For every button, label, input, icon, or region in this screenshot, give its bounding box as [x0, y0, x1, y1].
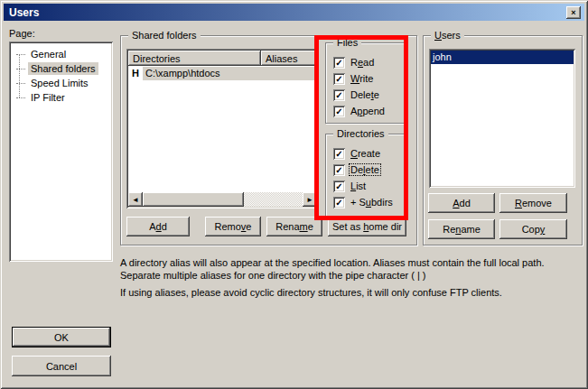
tree-line: [16, 69, 25, 69]
checkbox-row-read: ✓ Read: [333, 56, 375, 69]
ok-button[interactable]: OK: [12, 327, 111, 347]
directories-permissions-group: Directories ✓ Create ✓ Delete ✓ List ✓ +…: [325, 134, 406, 218]
remove-directory-button[interactable]: Remove: [205, 217, 261, 236]
check-icon: ✓: [335, 165, 342, 175]
column-header-aliases[interactable]: Aliases: [261, 51, 317, 66]
sidebar-item-speed-limits[interactable]: Speed Limits: [9, 76, 113, 90]
page-list[interactable]: General Shared folders Speed Limits IP F…: [9, 42, 113, 262]
cancel-button[interactable]: Cancel: [12, 356, 111, 376]
page-label: Page:: [9, 28, 35, 39]
checkbox-row-delete-file: ✓ Delete: [333, 88, 380, 101]
scroll-right-icon: ►: [306, 196, 313, 204]
sidebar-item-label: Speed Limits: [29, 78, 90, 88]
sidebar-item-label: Shared folders: [29, 63, 98, 74]
checkbox-label[interactable]: Create: [350, 148, 381, 159]
cyclic-warning-text: If using aliases, please avoid cyclic di…: [120, 286, 579, 299]
checkbox-label[interactable]: Delete: [350, 89, 380, 100]
column-header-directories[interactable]: Directories: [128, 51, 261, 66]
rename-user-button[interactable]: Rename: [428, 219, 495, 239]
rename-directory-button[interactable]: Rename: [266, 217, 322, 236]
title-bar: Users ×: [4, 4, 584, 21]
sidebar-item-ip-filter[interactable]: IP Filter: [9, 90, 113, 105]
create-checkbox[interactable]: ✓: [333, 148, 345, 160]
scroll-right-button[interactable]: ►: [303, 192, 317, 207]
scrollbar-track[interactable]: [244, 192, 303, 207]
check-icon: ✓: [335, 198, 342, 208]
button-label: Rename: [443, 224, 481, 235]
scroll-left-button[interactable]: ◄: [128, 192, 143, 207]
button-label: Copy: [522, 224, 546, 235]
checkbox-row-delete-dir: ✓ Delete: [333, 163, 380, 176]
button-label: Remove: [515, 198, 552, 208]
button-label: Add: [453, 198, 471, 208]
sidebar-item-shared-folders[interactable]: Shared folders: [9, 61, 113, 76]
checkbox-row-write: ✓ Write: [333, 72, 374, 85]
copy-user-button[interactable]: Copy: [499, 219, 567, 239]
check-icon: ✓: [335, 149, 342, 159]
checkbox-label[interactable]: Delete: [350, 164, 380, 175]
delete-file-checkbox[interactable]: ✓: [333, 89, 345, 101]
set-as-home-dir-button[interactable]: Set as home dir: [328, 217, 406, 236]
checkbox-label[interactable]: Read: [350, 57, 375, 68]
add-directory-button[interactable]: Add: [126, 217, 190, 236]
scroll-left-icon: ◄: [132, 196, 139, 204]
scrollbar-thumb[interactable]: [143, 192, 244, 207]
sidebar-item-general[interactable]: General: [9, 47, 113, 61]
group-label: Users: [431, 30, 464, 42]
listview-header: Directories Aliases: [128, 51, 317, 66]
checkbox-row-append: ✓ Append: [333, 105, 386, 117]
group-label: Files: [333, 37, 361, 49]
directory-path: C:\xampp\htdocs: [143, 67, 317, 80]
checkbox-label[interactable]: + Subdirs: [350, 197, 394, 208]
sidebar-item-label: IP Filter: [29, 92, 67, 103]
list-checkbox[interactable]: ✓: [333, 181, 345, 192]
checkbox-row-list: ✓ List: [333, 180, 367, 192]
tree-line: [16, 54, 25, 55]
group-label: Shared folders: [128, 30, 201, 42]
button-label: Remove: [215, 221, 252, 232]
append-checkbox[interactable]: ✓: [333, 106, 345, 117]
write-checkbox[interactable]: ✓: [333, 73, 345, 85]
check-icon: ✓: [335, 74, 342, 84]
checkbox-row-create: ✓ Create: [333, 147, 381, 160]
window-title: Users: [4, 6, 566, 19]
checkbox-label[interactable]: Write: [350, 73, 374, 84]
close-icon: ×: [571, 8, 575, 17]
user-list-item[interactable]: john: [431, 51, 574, 64]
users-dialog: { "window": { "title": "Users" }, "icons…: [0, 0, 588, 389]
check-icon: ✓: [335, 181, 342, 191]
checkbox-row-subdirs: ✓ + Subdirs: [333, 196, 394, 208]
delete-dir-checkbox[interactable]: ✓: [333, 164, 345, 176]
directory-row[interactable]: H C:\xampp\htdocs: [128, 67, 317, 80]
add-user-button[interactable]: Add: [428, 193, 495, 213]
remove-user-button[interactable]: Remove: [499, 193, 567, 213]
alias-info-text: A directory alias will also appear at th…: [120, 256, 579, 282]
sidebar-item-label: General: [29, 49, 68, 60]
users-list[interactable]: john: [429, 49, 575, 188]
button-label: Add: [149, 221, 167, 232]
checkbox-label[interactable]: Append: [350, 106, 386, 116]
check-icon: ✓: [335, 107, 342, 116]
read-checkbox[interactable]: ✓: [333, 57, 345, 69]
horizontal-scrollbar[interactable]: ◄ ►: [128, 192, 317, 207]
tree-line: [16, 83, 25, 84]
button-label: Rename: [275, 221, 313, 232]
directories-listview[interactable]: Directories Aliases H C:\xampp\htdocs ◄ …: [126, 49, 319, 208]
checkbox-label[interactable]: List: [350, 181, 367, 191]
close-button[interactable]: ×: [566, 6, 581, 19]
button-label: Set as home dir: [332, 221, 402, 232]
check-icon: ✓: [335, 90, 342, 100]
group-label: Directories: [333, 128, 388, 140]
home-marker: H: [128, 67, 143, 80]
files-permissions-group: Files ✓ Read ✓ Write ✓ Delete ✓ Append: [325, 42, 406, 124]
check-icon: ✓: [335, 58, 342, 68]
tree-line: [16, 97, 25, 98]
subdirs-checkbox[interactable]: ✓: [333, 197, 345, 208]
